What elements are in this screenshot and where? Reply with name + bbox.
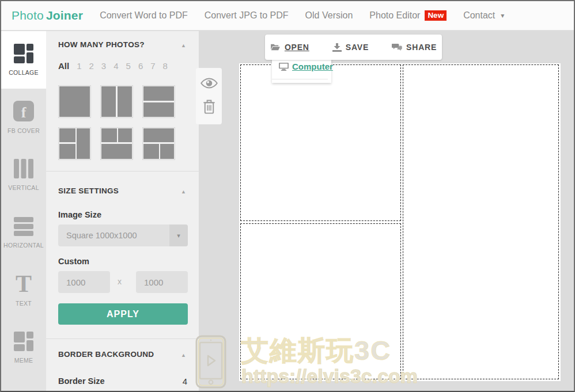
border-size-value: 4 bbox=[183, 376, 187, 386]
custom-width-input[interactable] bbox=[58, 271, 110, 293]
collage-cell-3[interactable] bbox=[403, 64, 559, 379]
layout-thumbnail-left-split[interactable] bbox=[58, 127, 91, 160]
dropdown-divider bbox=[272, 79, 328, 79]
thumbnail-cell bbox=[118, 128, 132, 142]
section-border-background[interactable]: BORDER BACKGROUND bbox=[58, 350, 154, 359]
floating-tools bbox=[196, 68, 222, 124]
sidebar: COLLAGE f FB COVER VERTICAL bbox=[1, 31, 46, 391]
thumbnail-cell bbox=[143, 144, 159, 159]
collapse-icon[interactable]: ▲ bbox=[181, 352, 186, 358]
sidebar-item-collage[interactable]: COLLAGE bbox=[1, 31, 46, 89]
collage-cell-2[interactable] bbox=[240, 223, 401, 379]
section-divider bbox=[46, 338, 199, 339]
thumbnail-cell bbox=[101, 86, 116, 117]
thumbnail-cell bbox=[59, 144, 75, 159]
collage-cell-1[interactable] bbox=[240, 64, 401, 221]
collage-canvas bbox=[239, 63, 561, 381]
computer-monitor-icon bbox=[279, 63, 289, 71]
thumbnail-cell bbox=[101, 144, 132, 159]
filter-all[interactable]: All bbox=[58, 61, 69, 71]
app-window: PhotoJoiner Convert Word to PDF Convert … bbox=[0, 0, 575, 392]
section-divider bbox=[46, 171, 199, 172]
filter-3[interactable]: 3 bbox=[101, 61, 106, 71]
custom-height-input[interactable] bbox=[136, 271, 188, 293]
sidebar-item-text[interactable]: T TEXT bbox=[1, 261, 46, 319]
canvas-toolbar: OPEN SAVE SHARE bbox=[265, 35, 442, 60]
open-dropdown-menu: Computer bbox=[272, 56, 331, 83]
thumbnail-cell bbox=[143, 102, 174, 117]
main-area: COLLAGE f FB COVER VERTICAL bbox=[1, 31, 574, 391]
dimension-separator: x bbox=[118, 277, 122, 286]
layout-thumbnail-single[interactable] bbox=[58, 85, 91, 118]
image-size-select[interactable]: Square 1000x1000 ▾ bbox=[58, 224, 188, 246]
collapse-icon[interactable]: ▲ bbox=[181, 189, 186, 195]
sidebar-item-label: VERTICAL bbox=[8, 184, 39, 191]
open-button[interactable]: OPEN bbox=[270, 43, 309, 52]
sidebar-item-label: COLLAGE bbox=[9, 69, 39, 76]
logo-part1: Photo bbox=[12, 9, 44, 22]
collapse-icon[interactable]: ▲ bbox=[181, 43, 186, 48]
delete-trash-icon[interactable] bbox=[202, 99, 216, 115]
layout-thumbnail-two-horizontal[interactable] bbox=[142, 85, 175, 118]
thumbnail-cell bbox=[143, 86, 174, 101]
nav-item-photo-editor[interactable]: Photo Editor New bbox=[369, 10, 447, 21]
options-panel: HOW MANY PHOTOS? ▲ All12345678 SIZE SETT… bbox=[46, 31, 199, 391]
sidebar-item-label: HORIZONTAL bbox=[3, 242, 44, 249]
thumbnail-cell bbox=[59, 128, 75, 142]
filter-7[interactable]: 7 bbox=[150, 61, 155, 71]
layout-thumbnails bbox=[58, 85, 186, 160]
filter-6[interactable]: 6 bbox=[138, 61, 143, 71]
logo-part2: Joiner bbox=[46, 9, 83, 22]
section-size-settings[interactable]: SIZE SETTINGS bbox=[58, 187, 119, 195]
sidebar-item-meme[interactable]: MEME bbox=[1, 319, 46, 376]
layout-thumbnail-top-split[interactable] bbox=[100, 127, 133, 160]
thumbnail-cell bbox=[77, 128, 90, 159]
thumbnail-cell bbox=[143, 128, 174, 142]
section-how-many-photos[interactable]: HOW MANY PHOTOS? bbox=[58, 40, 145, 49]
apply-button[interactable]: APPLY bbox=[58, 303, 188, 325]
share-button[interactable]: SHARE bbox=[392, 43, 437, 52]
border-size-label: Border Size bbox=[58, 376, 105, 386]
download-icon bbox=[332, 43, 342, 52]
custom-label: Custom bbox=[58, 257, 89, 266]
thumbnail-cell bbox=[160, 144, 174, 159]
caret-down-icon: ▾ bbox=[501, 12, 504, 20]
filter-2[interactable]: 2 bbox=[89, 61, 94, 71]
nav-item-contact[interactable]: Contact ▾ bbox=[463, 10, 504, 21]
layout-thumbnail-bottom-split[interactable] bbox=[142, 127, 175, 160]
save-button[interactable]: SAVE bbox=[332, 43, 369, 52]
sidebar-item-fb-cover[interactable]: f FB COVER bbox=[1, 89, 46, 146]
image-size-value: Square 1000x1000 bbox=[66, 231, 137, 240]
select-arrow-icon: ▾ bbox=[169, 224, 188, 246]
share-bubbles-icon bbox=[392, 43, 402, 51]
layout-thumbnail-two-vertical[interactable] bbox=[100, 85, 133, 118]
photo-count-filters: All12345678 bbox=[58, 61, 168, 71]
image-size-label: Image Size bbox=[58, 210, 101, 219]
horizontal-bars-icon bbox=[14, 216, 33, 236]
nav-item-old-version[interactable]: Old Version bbox=[305, 10, 353, 21]
preview-eye-icon[interactable] bbox=[201, 78, 218, 89]
collage-icon bbox=[14, 44, 33, 63]
filter-1[interactable]: 1 bbox=[77, 61, 81, 71]
vertical-bars-icon bbox=[14, 159, 33, 178]
filter-4[interactable]: 4 bbox=[114, 61, 118, 71]
logo[interactable]: PhotoJoiner bbox=[12, 9, 83, 22]
nav-item-convert-jpg-to-pdf[interactable]: Convert JPG to PDF bbox=[205, 10, 289, 21]
sidebar-item-vertical[interactable]: VERTICAL bbox=[1, 146, 46, 204]
sidebar-item-label: TEXT bbox=[16, 300, 32, 307]
thumbnail-cell bbox=[101, 128, 117, 142]
sidebar-item-label: FB COVER bbox=[7, 127, 40, 134]
facebook-icon: f bbox=[13, 101, 34, 121]
filter-8[interactable]: 8 bbox=[163, 61, 168, 71]
meme-icon bbox=[14, 332, 33, 351]
top-navbar: PhotoJoiner Convert Word to PDF Convert … bbox=[1, 1, 574, 31]
tablet-play-watermark-icon bbox=[195, 335, 227, 391]
thumbnail-cell bbox=[118, 86, 132, 117]
open-folder-icon bbox=[270, 43, 281, 51]
sidebar-item-label: MEME bbox=[14, 357, 33, 364]
text-icon: T bbox=[16, 273, 32, 294]
thumbnail-cell bbox=[59, 86, 90, 117]
nav-item-convert-word-to-pdf[interactable]: Convert Word to PDF bbox=[100, 10, 188, 21]
filter-5[interactable]: 5 bbox=[126, 61, 131, 71]
sidebar-item-horizontal[interactable]: HORIZONTAL bbox=[1, 204, 46, 261]
